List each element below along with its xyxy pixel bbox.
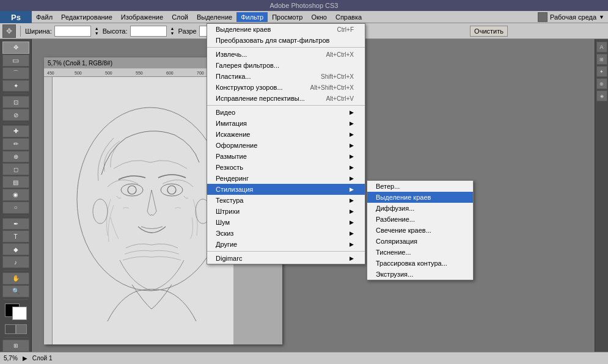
stylize-diffuse[interactable]: Диффузия...: [367, 203, 473, 214]
stylize-emboss[interactable]: Тиснение...: [367, 247, 473, 258]
tool-crop[interactable]: ⊡: [2, 96, 29, 108]
tool-shape[interactable]: ◆: [2, 243, 29, 255]
tool-blur[interactable]: ◉: [2, 189, 29, 201]
tool-clone[interactable]: ⊕: [2, 151, 29, 163]
stylize-find-edges[interactable]: Выделение краев: [367, 192, 473, 203]
tool-zoom[interactable]: 🔍: [2, 285, 29, 297]
tool-wand[interactable]: ✦: [2, 80, 29, 92]
right-tool-5[interactable]: ◈: [596, 90, 607, 101]
right-tool-4[interactable]: ⊕: [596, 78, 607, 89]
ruler-left: [44, 77, 53, 344]
width-down-arrow[interactable]: ▼: [95, 31, 99, 36]
stylize-trace-contour[interactable]: Трассировка контура...: [367, 258, 473, 269]
height-up-arrow[interactable]: ▲: [170, 26, 175, 31]
height-input[interactable]: [130, 26, 167, 37]
menu-items: Файл Редактирование Изображение Слой Выд…: [32, 11, 366, 23]
filter-cat-strokes[interactable]: Штрихи ▶: [207, 206, 365, 217]
workspace-area: Рабочая среда ▼: [538, 11, 604, 23]
tool-text[interactable]: T: [2, 230, 29, 242]
tool-brush[interactable]: ✏: [2, 138, 29, 150]
filter-cat-video[interactable]: Видео ▶: [207, 107, 365, 118]
tool-eraser[interactable]: ◻: [2, 163, 29, 175]
width-arrows[interactable]: ▲ ▼: [95, 26, 99, 36]
svg-text:700: 700: [197, 71, 204, 75]
options-divider-1: [20, 26, 21, 37]
stylize-tiles[interactable]: Разбиение...: [367, 214, 473, 225]
tool-hand[interactable]: ✋: [2, 272, 29, 285]
tool-screen-mode[interactable]: ⊞: [2, 340, 29, 352]
filter-cat-imitation[interactable]: Имитация ▶: [207, 118, 365, 129]
tool-lasso[interactable]: ⌒: [2, 67, 29, 79]
filter-cat-blur[interactable]: Размытие ▶: [207, 151, 365, 162]
tool-notes[interactable]: ♪: [2, 256, 29, 268]
menu-help[interactable]: Справка: [331, 12, 366, 22]
filter-pattern-maker[interactable]: Конструктор узоров... Alt+Shift+Ctrl+X: [207, 82, 365, 93]
stylize-solarize[interactable]: Соляризация: [367, 236, 473, 247]
menu-window[interactable]: Окно: [307, 12, 331, 22]
filter-digimarc[interactable]: Digimarc ▶: [207, 253, 365, 264]
menu-view[interactable]: Просмотр: [268, 12, 307, 22]
right-tool-1[interactable]: A: [596, 42, 607, 53]
title-text: Adobe Photoshop CS3: [270, 2, 339, 9]
menu-file[interactable]: Файл: [32, 12, 57, 22]
filter-cat-texture-arrow: ▶: [350, 197, 354, 203]
clear-button[interactable]: Очистить: [470, 26, 508, 37]
width-input[interactable]: [54, 26, 91, 37]
height-arrows[interactable]: ▲ ▼: [170, 26, 175, 36]
width-up-arrow[interactable]: ▲: [95, 26, 99, 31]
quick-mask-mode[interactable]: [5, 324, 16, 334]
filter-liquefy[interactable]: Пластика... Shift+Ctrl+X: [207, 71, 365, 82]
filter-smart-convert[interactable]: Преобразовать для смарт-фильтров: [207, 35, 365, 46]
filter-cat-noise[interactable]: Шум ▶: [207, 217, 365, 228]
filter-cat-stylize[interactable]: Стилизация ▶: [207, 184, 365, 195]
filter-menu: Выделение краев Ctrl+F Преобразовать для…: [207, 23, 365, 264]
status-bar: 5,7% ▶ Слой 1: [0, 352, 608, 364]
stylize-glowing-edges[interactable]: Свечение краев...: [367, 225, 473, 236]
filter-vanishing-point[interactable]: Исправление перспективы... Alt+Ctrl+V: [207, 93, 365, 104]
tool-dodge[interactable]: ○: [2, 202, 29, 214]
background-color[interactable]: [12, 307, 27, 320]
tool-pen[interactable]: ✒: [2, 218, 29, 230]
menu-edit[interactable]: Редактирование: [57, 12, 117, 22]
tool-heal[interactable]: ✚: [2, 125, 29, 137]
menu-layer[interactable]: Слой: [167, 12, 192, 22]
stylize-extrude[interactable]: Экструзия...: [367, 269, 473, 280]
filter-cat-design-label: Оформление: [216, 142, 257, 149]
zoom-level: 5,7%: [4, 355, 18, 362]
toolbar-sep-2: [4, 123, 28, 123]
toolbar-sep-3: [4, 216, 28, 216]
tool-move[interactable]: ✥: [2, 42, 29, 54]
svg-text:600: 600: [166, 71, 174, 75]
tool-marquee[interactable]: ▭: [2, 54, 29, 67]
filter-liquefy-shortcut: Shift+Ctrl+X: [321, 73, 354, 80]
filter-cat-design[interactable]: Оформление ▶: [207, 140, 365, 151]
filter-find-edges-top[interactable]: Выделение краев Ctrl+F: [207, 24, 365, 35]
filter-cat-render-arrow: ▶: [350, 175, 354, 181]
filter-cat-sketch[interactable]: Эскиз ▶: [207, 228, 365, 239]
tool-eyedropper[interactable]: ⊘: [2, 109, 29, 121]
filter-cat-other[interactable]: Другие ▶: [207, 239, 365, 250]
menu-bar: Ps Файл Редактирование Изображение Слой …: [0, 11, 608, 23]
stylize-wind[interactable]: Ветер...: [367, 181, 473, 192]
right-tool-3[interactable]: ✦: [596, 66, 607, 77]
width-label: Ширина:: [25, 27, 52, 35]
menu-filter[interactable]: Фильтр: [236, 12, 268, 22]
filter-cat-strokes-arrow: ▶: [350, 208, 354, 214]
filter-cat-render[interactable]: Рендеринг ▶: [207, 173, 365, 184]
left-toolbar: ✥ ▭ ⌒ ✦ ⊡ ⊘ ✚ ✏ ⊕ ◻ ▤ ◉ ○ ✒ T ◆ ♪ ✋ 🔍 ⊞: [0, 39, 32, 352]
height-down-arrow[interactable]: ▼: [170, 31, 175, 36]
tool-gradient[interactable]: ▤: [2, 176, 29, 188]
filter-cat-texture[interactable]: Текстура ▶: [207, 195, 365, 206]
filter-cat-sketch-arrow: ▶: [350, 230, 354, 236]
color-swatches[interactable]: [5, 304, 27, 320]
filter-cat-sharpen[interactable]: Резкость ▶: [207, 162, 365, 173]
menu-select[interactable]: Выделение: [192, 12, 236, 22]
filter-extract-label: Извлечь...: [216, 51, 247, 58]
filter-gallery[interactable]: Галерея фильтров...: [207, 60, 365, 71]
filter-smart-convert-label: Преобразовать для смарт-фильтров: [216, 37, 329, 44]
menu-image[interactable]: Изображение: [117, 12, 167, 22]
filter-extract[interactable]: Извлечь... Alt+Ctrl+X: [207, 49, 365, 60]
standard-mode[interactable]: [16, 324, 27, 334]
right-tool-2[interactable]: ⊞: [596, 54, 607, 65]
filter-cat-distort[interactable]: Искажение ▶: [207, 129, 365, 140]
